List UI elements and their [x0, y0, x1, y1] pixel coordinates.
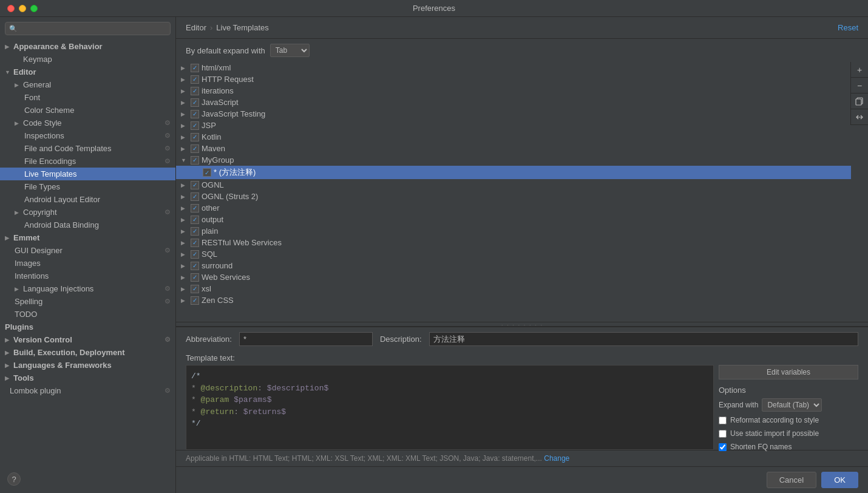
sidebar-item-lombok[interactable]: Lombok plugin ⚙: [0, 384, 175, 397]
reset-button[interactable]: Reset: [838, 23, 858, 32]
sidebar-item-font[interactable]: Font: [0, 91, 175, 104]
sidebar-item-live-templates[interactable]: Live Templates: [0, 168, 175, 180]
add-template-button[interactable]: +: [851, 62, 868, 78]
group-jsp[interactable]: ▶ JSP: [176, 120, 851, 131]
group-other[interactable]: ▶ other: [176, 202, 851, 214]
checkbox-fangfa[interactable]: [203, 168, 211, 177]
sidebar-item-file-types[interactable]: File Types: [0, 180, 175, 193]
code-editor[interactable]: /* * @description: $description$ * @para…: [186, 365, 714, 450]
expand-select[interactable]: Tab Enter Space: [270, 44, 310, 57]
sidebar-item-languages-frameworks[interactable]: ▶ Languages & Frameworks: [0, 359, 175, 372]
checkbox-zen-css[interactable]: [191, 296, 199, 305]
group-kotlin[interactable]: ▶ Kotlin: [176, 131, 851, 143]
sidebar-item-language-injections[interactable]: ▶ Language Injections ⚙: [0, 282, 175, 295]
drag-handle[interactable]: · · · · · · · ·: [176, 322, 868, 327]
gear-icon: ⚙: [164, 387, 171, 395]
sidebar-item-spelling[interactable]: Spelling ⚙: [0, 295, 175, 308]
shorten-fq-checkbox[interactable]: [719, 443, 727, 451]
checkbox-other[interactable]: [191, 204, 199, 212]
sidebar-item-android-data-binding[interactable]: Android Data Binding: [0, 219, 175, 231]
group-surround[interactable]: ▶ surround: [176, 260, 851, 271]
group-html-xml[interactable]: ▶ html/xml: [176, 62, 851, 73]
group-maven[interactable]: ▶ Maven: [176, 143, 851, 154]
group-zen-css[interactable]: ▶ Zen CSS: [176, 294, 851, 306]
ok-button[interactable]: OK: [821, 472, 858, 488]
search-input[interactable]: [20, 24, 166, 33]
checkbox-sql[interactable]: [191, 250, 199, 259]
chevron-right-icon: ▶: [181, 111, 188, 117]
checkbox-iterations[interactable]: [191, 87, 199, 95]
sidebar-item-version-control[interactable]: ▶ Version Control ⚙: [0, 333, 175, 346]
sidebar-item-intentions[interactable]: Intentions: [0, 270, 175, 282]
checkbox-restful[interactable]: [191, 239, 199, 247]
group-xsl[interactable]: ▶ xsl: [176, 283, 851, 294]
sidebar-item-editor[interactable]: ▼ Editor: [0, 66, 175, 78]
sidebar-item-tools[interactable]: ▶ Tools: [0, 372, 175, 384]
sidebar-item-keymap[interactable]: ▶ Keymap: [0, 53, 175, 66]
checkbox-plain[interactable]: [191, 227, 199, 236]
checkbox-http-request[interactable]: [191, 75, 199, 84]
chevron-right-icon: ▶: [181, 76, 188, 83]
group-web-services[interactable]: ▶ Web Services: [176, 271, 851, 283]
sidebar-item-build-execution[interactable]: ▶ Build, Execution, Deployment: [0, 346, 175, 359]
group-ognl[interactable]: ▶ OGNL: [176, 179, 851, 191]
maximize-button[interactable]: [30, 5, 38, 12]
group-javascript[interactable]: ▶ JavaScript: [176, 97, 851, 108]
checkbox-html-xml[interactable]: [191, 64, 199, 72]
checkbox-jsp[interactable]: [191, 121, 199, 130]
sidebar-item-android-layout-editor[interactable]: Android Layout Editor: [0, 193, 175, 206]
group-mygroup[interactable]: ▼ MyGroup: [176, 154, 851, 166]
search-icon: 🔍: [9, 25, 18, 33]
help-button[interactable]: ?: [7, 472, 21, 486]
expand-with-select[interactable]: Default (Tab) Tab Enter Space: [762, 398, 822, 412]
edit-variables-button[interactable]: Edit variables: [719, 365, 858, 379]
template-item-fangfa[interactable]: * (方法注释): [176, 166, 851, 179]
move-template-button[interactable]: [851, 109, 868, 125]
sidebar-item-appearance[interactable]: ▶ Appearance & Behavior: [0, 40, 175, 53]
checkbox-surround[interactable]: [191, 262, 199, 270]
group-sql[interactable]: ▶ SQL: [176, 248, 851, 260]
checkbox-javascript-testing[interactable]: [191, 110, 199, 118]
checkbox-ognl[interactable]: [191, 181, 199, 189]
sidebar-item-gui-designer[interactable]: GUI Designer ⚙: [0, 244, 175, 257]
sidebar-item-todo[interactable]: TODO: [0, 308, 175, 321]
checkbox-web-services[interactable]: [191, 273, 199, 282]
checkbox-kotlin[interactable]: [191, 133, 199, 141]
sidebar-item-label: Android Data Binding: [24, 220, 99, 229]
checkbox-output[interactable]: [191, 216, 199, 224]
checkbox-javascript[interactable]: [191, 98, 199, 107]
close-button[interactable]: [7, 5, 15, 12]
sidebar-item-general[interactable]: ▶ General: [0, 78, 175, 91]
sidebar-item-code-style[interactable]: ▶ Code Style ⚙: [0, 117, 175, 129]
sidebar-item-copyright[interactable]: ▶ Copyright ⚙: [0, 206, 175, 219]
group-restful[interactable]: ▶ RESTful Web Services: [176, 237, 851, 248]
remove-template-button[interactable]: −: [851, 78, 868, 93]
minimize-button[interactable]: [19, 5, 26, 12]
group-iterations[interactable]: ▶ iterations: [176, 85, 851, 97]
sidebar-item-emmet[interactable]: ▶ Emmet: [0, 231, 175, 244]
checkbox-ognl-struts2[interactable]: [191, 192, 199, 201]
reformat-checkbox[interactable]: [719, 416, 727, 424]
sidebar-item-plugins[interactable]: Plugins: [0, 321, 175, 333]
group-plain[interactable]: ▶ plain: [176, 225, 851, 237]
checkbox-xsl[interactable]: [191, 285, 199, 293]
copy-template-button[interactable]: [851, 93, 868, 109]
abbreviation-input[interactable]: [239, 332, 373, 346]
checkbox-mygroup[interactable]: [191, 156, 199, 165]
group-output[interactable]: ▶ output: [176, 214, 851, 225]
applicable-change-link[interactable]: Change: [544, 454, 569, 463]
sidebar-item-inspections[interactable]: Inspections ⚙: [0, 129, 175, 142]
cancel-button[interactable]: Cancel: [767, 472, 816, 488]
group-http-request[interactable]: ▶ HTTP Request: [176, 73, 851, 85]
sidebar-item-images[interactable]: Images: [0, 257, 175, 270]
description-input[interactable]: [429, 332, 858, 346]
chevron-right-icon: ▶: [5, 350, 11, 356]
group-javascript-testing[interactable]: ▶ JavaScript Testing: [176, 108, 851, 120]
search-box[interactable]: 🔍: [5, 22, 171, 35]
sidebar-item-file-encodings[interactable]: File Encodings ⚙: [0, 155, 175, 168]
sidebar-item-color-scheme[interactable]: Color Scheme: [0, 104, 175, 117]
checkbox-maven[interactable]: [191, 144, 199, 153]
sidebar-item-file-code-templates[interactable]: File and Code Templates ⚙: [0, 142, 175, 155]
static-import-checkbox[interactable]: [719, 430, 727, 438]
group-ognl-struts2[interactable]: ▶ OGNL (Struts 2): [176, 191, 851, 202]
